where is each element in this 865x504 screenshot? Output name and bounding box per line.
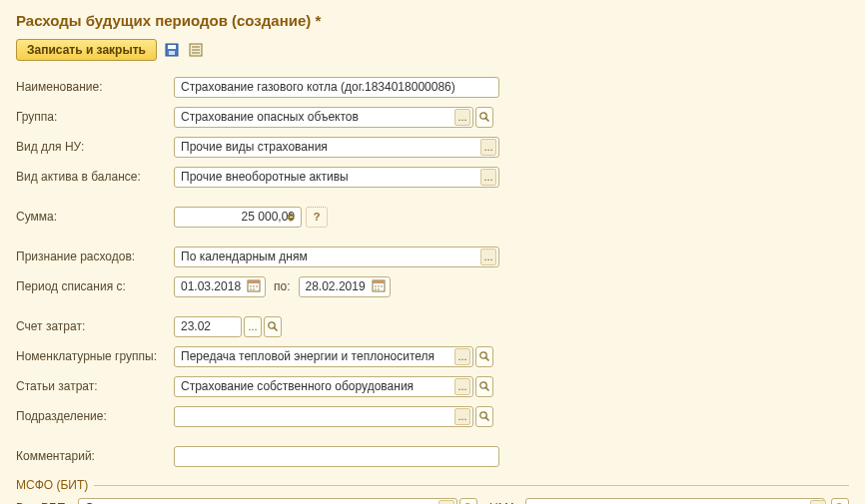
svg-point-19 xyxy=(375,285,377,287)
amount-spinner[interactable] xyxy=(287,209,299,226)
save-and-close-button[interactable]: Записать и закрыть xyxy=(16,39,157,61)
cost-items-input[interactable] xyxy=(174,376,473,397)
amount-help-button[interactable]: ? xyxy=(306,207,328,228)
page-title: Расходы будущих периодов (создание) * xyxy=(16,12,849,29)
department-search-button[interactable] xyxy=(475,406,493,427)
svg-point-15 xyxy=(250,288,252,290)
label-cost-account: Счет затрат: xyxy=(16,319,174,333)
label-nu-type: Вид для НУ: xyxy=(16,140,174,154)
msfo-section-label: МСФО (БИТ) xyxy=(16,478,88,492)
nu-type-input[interactable] xyxy=(174,137,499,158)
svg-point-23 xyxy=(378,288,380,290)
nma-search-button[interactable] xyxy=(831,498,849,505)
comment-input[interactable] xyxy=(174,446,499,467)
save-icon[interactable] xyxy=(163,41,181,59)
nomenclature-groups-select-button[interactable]: ... xyxy=(454,348,470,365)
label-department: Подразделение: xyxy=(16,409,174,423)
svg-line-31 xyxy=(486,418,489,421)
cost-account-search-button[interactable] xyxy=(264,316,282,337)
cost-account-input[interactable] xyxy=(174,316,242,337)
svg-point-12 xyxy=(250,285,252,287)
svg-point-28 xyxy=(480,382,486,388)
label-name: Наименование: xyxy=(16,80,174,94)
svg-line-29 xyxy=(486,388,489,391)
svg-point-21 xyxy=(381,285,383,287)
svg-rect-18 xyxy=(373,280,385,283)
balance-asset-select-button[interactable]: ... xyxy=(480,169,496,186)
recognition-select-button[interactable]: ... xyxy=(480,249,496,265)
svg-rect-2 xyxy=(169,51,175,55)
msfo-section-legend: МСФО (БИТ) xyxy=(16,478,849,492)
label-amount: Сумма: xyxy=(16,210,174,224)
group-input[interactable] xyxy=(174,107,473,128)
period-from-calendar-button[interactable] xyxy=(247,278,263,295)
name-input[interactable] xyxy=(174,77,499,98)
nomenclature-groups-search-button[interactable] xyxy=(475,346,493,367)
label-recognition: Признание расходов: xyxy=(16,250,174,263)
cost-account-select-button[interactable]: ... xyxy=(244,316,262,337)
svg-point-7 xyxy=(480,113,486,119)
label-period-from: Период списания с: xyxy=(16,279,174,293)
svg-point-30 xyxy=(480,412,486,418)
group-select-button[interactable]: ... xyxy=(454,109,470,126)
label-nomenclature-groups: Номенклатурные группы: xyxy=(16,349,174,363)
label-period-to: по: xyxy=(274,279,291,293)
department-select-button[interactable]: ... xyxy=(454,408,470,425)
period-to-calendar-button[interactable] xyxy=(372,278,388,295)
label-cost-items: Статьи затрат: xyxy=(16,379,174,393)
list-icon[interactable] xyxy=(187,41,205,59)
svg-point-26 xyxy=(480,352,486,358)
svg-point-20 xyxy=(378,285,380,287)
svg-point-16 xyxy=(253,288,255,290)
balance-asset-input[interactable] xyxy=(174,167,499,188)
svg-rect-1 xyxy=(168,45,176,49)
svg-point-24 xyxy=(269,322,275,328)
svg-point-22 xyxy=(375,288,377,290)
label-group: Группа: xyxy=(16,110,174,124)
svg-point-13 xyxy=(253,285,255,287)
rbp-type-select-button[interactable]: ... xyxy=(438,500,454,505)
toolbar: Записать и закрыть xyxy=(16,39,849,61)
recognition-input[interactable] xyxy=(174,247,499,267)
nu-type-select-button[interactable]: ... xyxy=(480,139,496,156)
svg-point-14 xyxy=(256,285,258,287)
label-balance-asset: Вид актива в балансе: xyxy=(16,170,174,184)
group-search-button[interactable] xyxy=(475,107,493,128)
nomenclature-groups-input[interactable] xyxy=(174,346,473,367)
label-comment: Комментарий: xyxy=(16,449,174,463)
cost-items-select-button[interactable]: ... xyxy=(454,378,470,395)
rbp-type-search-button[interactable] xyxy=(459,498,477,505)
svg-line-25 xyxy=(275,328,278,331)
rbp-type-input[interactable] xyxy=(78,498,457,505)
nma-input[interactable] xyxy=(525,498,825,505)
divider xyxy=(94,485,849,486)
nma-select-button[interactable]: ... xyxy=(810,500,826,505)
svg-line-8 xyxy=(486,119,489,122)
department-input[interactable] xyxy=(174,406,473,427)
amount-input[interactable] xyxy=(174,207,302,228)
cost-items-search-button[interactable] xyxy=(475,376,493,397)
svg-line-27 xyxy=(486,358,489,361)
svg-rect-10 xyxy=(248,280,260,283)
